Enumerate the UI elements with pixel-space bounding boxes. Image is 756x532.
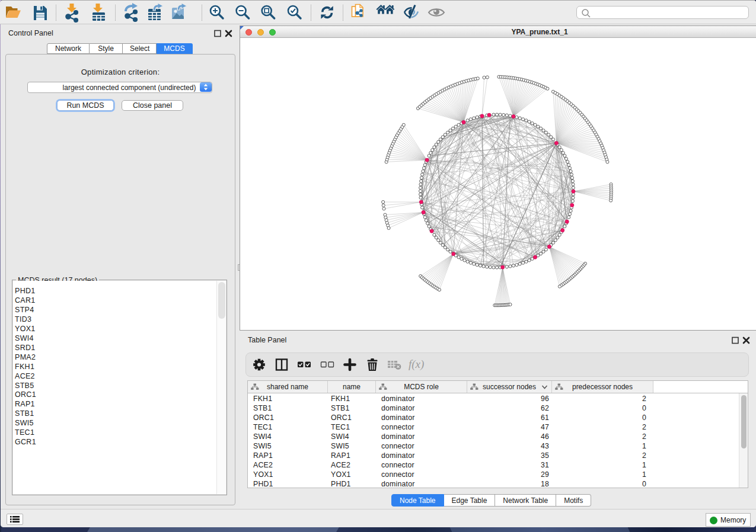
- svg-text:f(x): f(x): [409, 358, 424, 371]
